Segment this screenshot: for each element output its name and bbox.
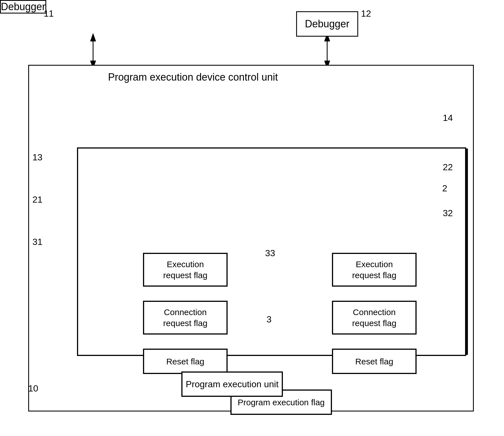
ref-11: 11 bbox=[44, 8, 54, 19]
conn-request-right: Connectionrequest flag bbox=[332, 301, 417, 335]
control-unit-title: Program execution device control unit bbox=[108, 71, 278, 83]
prog-exec-flag-label: Program execution flag bbox=[238, 397, 325, 408]
conn-request-left: Connectionrequest flag bbox=[143, 301, 228, 335]
exec-request-right-label: Executionrequest flag bbox=[352, 259, 397, 281]
ref-33: 33 bbox=[265, 248, 275, 258]
debugger-left-box: Debugger bbox=[0, 0, 46, 14]
ref-3: 3 bbox=[267, 314, 272, 325]
prog-exec-unit: Program execution unit bbox=[181, 371, 283, 397]
ref-2: 2 bbox=[442, 183, 447, 194]
ref-22: 22 bbox=[443, 162, 453, 172]
ref-21: 21 bbox=[32, 194, 43, 205]
ref-31: 31 bbox=[32, 237, 43, 247]
reset-flag-right: Reset flag bbox=[332, 349, 417, 374]
ref-13: 13 bbox=[32, 152, 43, 163]
debugger-left-label: Debugger bbox=[1, 1, 45, 13]
debugger-right-box: Debugger bbox=[296, 11, 358, 37]
diagram: Debugger Debugger 11 12 Program executio… bbox=[0, 0, 504, 436]
ref-32: 32 bbox=[443, 208, 453, 218]
conn-request-left-label: Connectionrequest flag bbox=[163, 307, 208, 329]
reset-flag-right-label: Reset flag bbox=[355, 356, 393, 367]
reset-flag-left-label: Reset flag bbox=[166, 356, 204, 367]
exec-request-right: Executionrequest flag bbox=[332, 253, 417, 287]
exec-request-left: Executionrequest flag bbox=[143, 253, 228, 287]
debugger-right-label: Debugger bbox=[305, 18, 349, 30]
prog-exec-unit-label: Program execution unit bbox=[186, 379, 278, 389]
ref-14: 14 bbox=[443, 113, 453, 123]
ref-12: 12 bbox=[361, 8, 371, 19]
reset-flag-left: Reset flag bbox=[143, 349, 228, 374]
main-outer-box: Program execution device control unit Ex… bbox=[28, 65, 474, 411]
conn-request-right-label: Connectionrequest flag bbox=[352, 307, 397, 329]
exec-request-left-label: Executionrequest flag bbox=[163, 259, 208, 281]
ref-10: 10 bbox=[28, 383, 38, 394]
